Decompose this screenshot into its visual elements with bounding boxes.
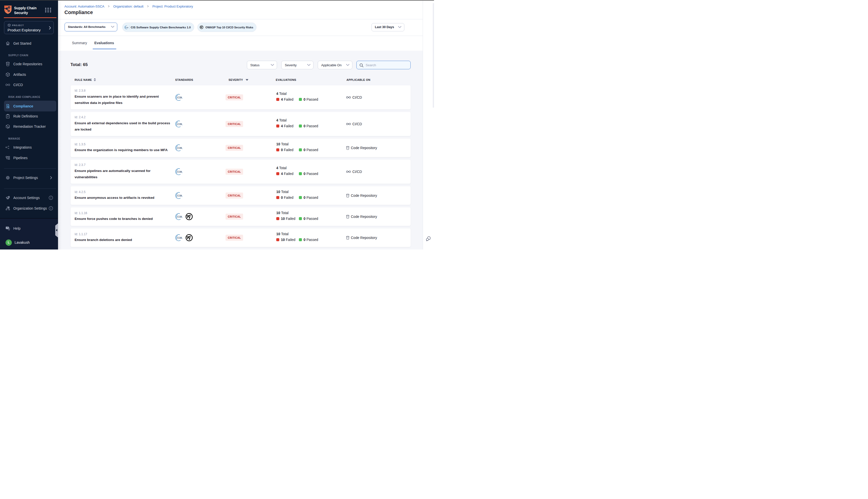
svg-text:CIS: CIS bbox=[178, 122, 182, 125]
svg-text:CIS: CIS bbox=[178, 236, 182, 239]
svg-text:CIS: CIS bbox=[178, 170, 182, 173]
svg-text:CIS: CIS bbox=[178, 215, 182, 218]
svg-text:CIS: CIS bbox=[178, 194, 182, 197]
svg-text:CIS: CIS bbox=[178, 96, 182, 99]
svg-text:CIS: CIS bbox=[125, 26, 128, 28]
svg-text:CIS: CIS bbox=[178, 146, 182, 149]
